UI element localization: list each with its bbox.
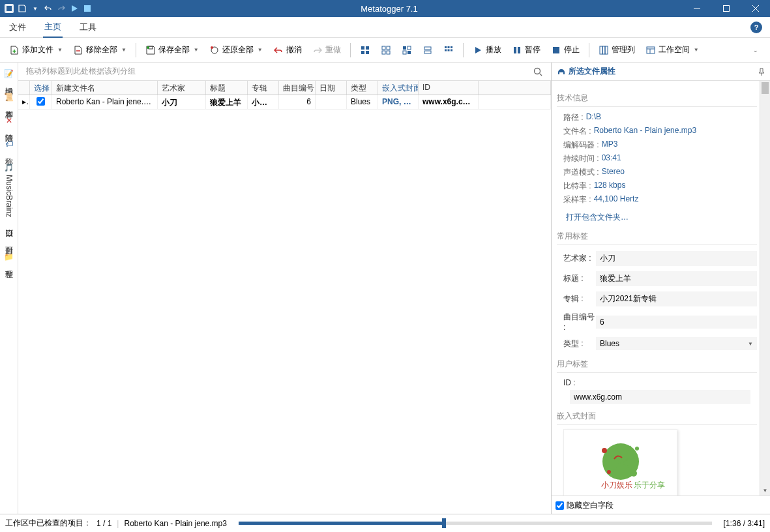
pause-icon	[512, 45, 522, 55]
panel-scrollbar[interactable]: ▲ ▼	[760, 81, 770, 495]
sidebar-tab-organize[interactable]: 📁整理	[2, 250, 16, 267]
view-grid1-button[interactable]	[356, 42, 374, 58]
svg-point-9	[147, 46, 149, 49]
svg-point-11	[211, 46, 213, 49]
playback-progress[interactable]	[239, 522, 712, 525]
path-value[interactable]: D:\B	[586, 112, 601, 123]
cell-title[interactable]: 狼爱上羊	[206, 95, 248, 109]
add-file-button[interactable]: 添加文件▼	[5, 42, 67, 58]
sidebar-tab-cover[interactable]: 🖼封面	[2, 226, 16, 243]
svg-rect-21	[407, 46, 411, 50]
col-track[interactable]: 曲目编号	[279, 81, 316, 95]
duration-value: 03:41	[602, 153, 621, 164]
pause-button[interactable]: 暂停	[508, 42, 544, 58]
col-id[interactable]: ID	[419, 81, 479, 95]
toolbar-overflow-button[interactable]: ⌄	[747, 42, 765, 58]
svg-rect-12	[361, 46, 364, 50]
play-icon	[473, 45, 483, 55]
workspace-icon	[645, 45, 656, 55]
section-cover: 嵌入式封面	[557, 408, 757, 425]
cell-album[interactable]: 小刀2…	[248, 95, 279, 109]
svg-rect-17	[387, 46, 390, 50]
left-sidebar: 📝编辑 📜脚本 ✕清除 🏷称 🎵MusicBrainz 🖼封面 📁整理	[0, 63, 18, 514]
svg-rect-23	[407, 51, 411, 54]
redo-icon	[312, 45, 323, 55]
view-grid2-button[interactable]	[377, 42, 395, 58]
pin-icon[interactable]	[758, 68, 765, 76]
maximize-button[interactable]	[711, 0, 741, 17]
sidebar-tab-script[interactable]: 📜脚本	[2, 90, 16, 107]
tag-icon: 🏷	[5, 140, 13, 149]
album-field[interactable]: 小刀2021新专辑	[596, 291, 757, 306]
minimize-button[interactable]	[682, 0, 711, 17]
cell-artist[interactable]: 小刀	[158, 95, 206, 109]
svg-point-44	[602, 448, 607, 453]
cell-genre[interactable]: Blues	[347, 95, 378, 109]
svg-point-45	[635, 447, 639, 451]
section-common: 常用标签	[557, 228, 757, 245]
restore-all-button[interactable]: 还原全部▼	[205, 42, 267, 58]
scroll-thumb[interactable]	[762, 82, 769, 94]
genre-dropdown[interactable]: Blues▼	[596, 337, 757, 350]
manage-columns-button[interactable]: 管理列	[595, 42, 639, 58]
col-date[interactable]: 日期	[316, 81, 347, 95]
svg-rect-34	[553, 47, 559, 53]
sidebar-tab-clean[interactable]: ✕清除	[2, 113, 16, 130]
col-filename[interactable]: 新建文件名	[52, 81, 158, 95]
sidebar-tab-musicbrainz[interactable]: 🎵MusicBrainz	[3, 160, 15, 220]
cell-cover[interactable]: PNG, 4…	[378, 95, 419, 109]
chevron-down-icon[interactable]: ▼	[30, 3, 40, 14]
track-field[interactable]: 6	[596, 316, 757, 329]
undo-button[interactable]: 撤消	[269, 42, 306, 58]
toolbar: 添加文件▼ 移除全部▼ 保存全部▼ 还原全部▼ 撤消 重做 播放 暂停 停止	[0, 38, 770, 63]
cell-track[interactable]: 6	[279, 95, 316, 109]
close-button[interactable]	[741, 0, 770, 17]
svg-text:小刀娱乐: 小刀娱乐	[601, 480, 632, 490]
row-checkbox[interactable]	[30, 95, 52, 109]
cell-filename[interactable]: Roberto Kan - Plain jene.mp3	[52, 95, 158, 109]
svg-rect-1	[7, 6, 12, 11]
progress-knob[interactable]	[442, 518, 446, 528]
artist-field[interactable]: 小刀	[596, 251, 757, 266]
statusbar: 工作区中已检查的项目： 1 / 1 | Roberto Kan - Plain …	[0, 514, 770, 532]
sidebar-tab-edit[interactable]: 📝编辑	[2, 66, 16, 83]
col-genre[interactable]: 类型	[347, 81, 378, 95]
title-field[interactable]: 狼爱上羊	[596, 271, 757, 286]
scroll-down-icon[interactable]: ▼	[760, 485, 770, 495]
svg-rect-30	[447, 49, 449, 51]
quick-save-icon[interactable]	[17, 3, 27, 14]
menu-home[interactable]: 主页	[43, 17, 63, 38]
open-folder-link[interactable]: 打开包含文件夹…	[566, 212, 629, 223]
play-button[interactable]: 播放	[469, 42, 505, 58]
help-icon[interactable]: ?	[750, 22, 762, 33]
filename-value[interactable]: Roberto Kan - Plain jene.mp3	[594, 126, 696, 137]
musicbrainz-icon: 🎵	[4, 163, 14, 172]
view-grid5-button[interactable]	[439, 42, 458, 58]
view-grid4-button[interactable]	[419, 42, 437, 58]
save-all-button[interactable]: 保存全部▼	[141, 42, 203, 58]
view-grid3-button[interactable]	[398, 42, 416, 58]
col-cover[interactable]: 嵌入式封面	[378, 81, 419, 95]
remove-all-button[interactable]: 移除全部▼	[69, 42, 130, 58]
cell-id[interactable]: www.x6g.com	[419, 95, 479, 109]
undo-icon[interactable]	[43, 3, 53, 14]
col-album[interactable]: 专辑	[248, 81, 279, 95]
menu-file[interactable]: 文件	[8, 18, 27, 37]
col-title[interactable]: 标题	[206, 81, 248, 95]
play-icon[interactable]	[69, 3, 80, 14]
group-hint-bar[interactable]: 拖动列标题到此处根据该列分组	[18, 63, 551, 81]
col-select[interactable]: 选择	[30, 81, 52, 95]
cover-image[interactable]: 小刀娱乐 乐于分享	[563, 429, 677, 495]
table-row[interactable]: ▸ Roberto Kan - Plain jene.mp3 小刀 狼爱上羊 小…	[18, 95, 551, 110]
svg-rect-29	[445, 49, 447, 51]
workspace-button[interactable]: 工作空间▼	[642, 42, 703, 58]
stop-button[interactable]: 停止	[547, 42, 584, 58]
menu-tools[interactable]: 工具	[78, 18, 98, 37]
sidebar-tab-tag[interactable]: 🏷称	[2, 137, 16, 154]
col-artist[interactable]: 艺术家	[158, 81, 206, 95]
stop-icon[interactable]	[82, 3, 93, 14]
search-icon[interactable]	[533, 66, 543, 77]
cell-date[interactable]	[316, 95, 347, 109]
user-id-field[interactable]: www.x6g.com	[570, 390, 750, 404]
hide-empty-checkbox[interactable]	[555, 501, 564, 510]
